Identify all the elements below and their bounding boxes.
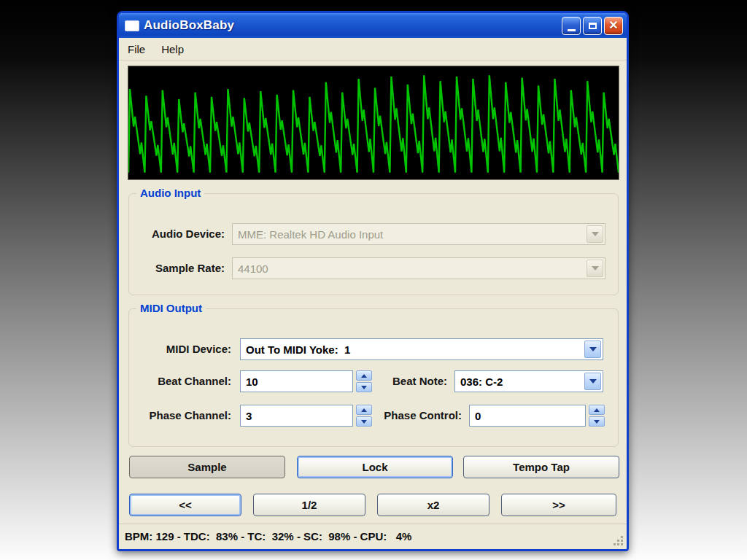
close-button[interactable]: ✕ [604, 17, 623, 35]
midi-output-group: MIDI Output MIDI Device: Out To MIDI Yok… [128, 308, 619, 447]
spin-down-button[interactable] [356, 382, 372, 392]
spin-up-button[interactable] [356, 370, 372, 381]
menu-help[interactable]: Help [161, 43, 184, 55]
sample-rate-value: 44100 [233, 262, 587, 275]
window-title: AudioBoxBaby [144, 18, 562, 33]
chevron-down-icon [594, 420, 600, 424]
chevron-down-icon [587, 260, 603, 277]
window-icon [125, 20, 139, 31]
chevron-down-icon[interactable] [584, 373, 601, 390]
phase-channel-input[interactable] [241, 405, 352, 426]
tempo-tap-button[interactable]: Tempo Tap [463, 456, 619, 478]
phase-control-field[interactable] [469, 405, 586, 427]
beat-channel-field[interactable] [240, 370, 353, 392]
sample-rate-combo: 44100 [232, 257, 605, 279]
beat-note-value: 036: C-2 [455, 376, 584, 388]
waveform-display [128, 66, 619, 180]
midi-output-caption: MIDI Output [136, 302, 206, 314]
audio-device-combo: MME: Realtek HD Audio Input [232, 223, 605, 245]
beat-channel-stepper [356, 370, 372, 392]
phase-control-input[interactable] [470, 405, 585, 426]
chevron-down-icon [361, 420, 367, 424]
half-button[interactable]: 1/2 [253, 494, 365, 516]
lock-button[interactable]: Lock [297, 456, 453, 478]
audio-input-group: Audio Input Audio Device: MME: Realtek H… [128, 193, 619, 295]
maximize-button[interactable] [583, 17, 602, 35]
beat-channel-label: Beat Channel: [129, 370, 231, 392]
beat-note-combo[interactable]: 036: C-2 [454, 370, 603, 392]
spin-up-button[interactable] [589, 405, 605, 415]
app-window: AudioBoxBaby ✕ File Help Audio Input Aud… [117, 11, 629, 551]
chevron-up-icon [361, 374, 367, 378]
spin-down-button[interactable] [589, 416, 605, 427]
beat-note-label: Beat Note: [377, 370, 447, 392]
phase-channel-field[interactable] [240, 405, 353, 427]
audio-input-caption: Audio Input [136, 187, 204, 199]
resize-grip-icon[interactable] [614, 536, 623, 545]
chevron-up-icon [594, 408, 600, 412]
midi-device-combo[interactable]: Out To MIDI Yoke: 1 [240, 338, 603, 360]
chevron-down-icon [361, 386, 367, 389]
beat-channel-input[interactable] [241, 371, 352, 392]
titlebar[interactable]: AudioBoxBaby ✕ [119, 13, 627, 38]
close-icon: ✕ [608, 20, 618, 31]
sample-rate-label: Sample Rate: [129, 257, 225, 279]
audio-device-label: Audio Device: [129, 223, 225, 245]
chevron-up-icon [361, 408, 367, 412]
phase-channel-label: Phase Channel: [129, 405, 231, 427]
double-button[interactable]: x2 [377, 494, 489, 516]
prev-button[interactable]: << [129, 494, 241, 516]
menubar: File Help [119, 38, 627, 61]
phase-control-stepper [589, 405, 605, 427]
audio-device-value: MME: Realtek HD Audio Input [233, 228, 587, 241]
waveform-svg [128, 66, 619, 179]
phase-control-label: Phase Control: [370, 405, 462, 427]
chevron-down-icon[interactable] [584, 341, 601, 358]
minimize-icon [568, 29, 576, 31]
statusbar: BPM: 129 - TDC: 83% - TC: 32% - SC: 98% … [119, 524, 627, 549]
sample-button[interactable]: Sample [129, 456, 285, 478]
maximize-icon [589, 23, 597, 29]
next-button[interactable]: >> [501, 494, 616, 516]
midi-device-label: MIDI Device: [129, 338, 231, 360]
status-text: BPM: 129 - TDC: 83% - TC: 32% - SC: 98% … [125, 524, 411, 549]
midi-device-value: Out To MIDI Yoke: 1 [241, 343, 584, 356]
minimize-button[interactable] [562, 17, 581, 35]
menu-file[interactable]: File [128, 43, 145, 55]
chevron-down-icon [587, 225, 603, 243]
